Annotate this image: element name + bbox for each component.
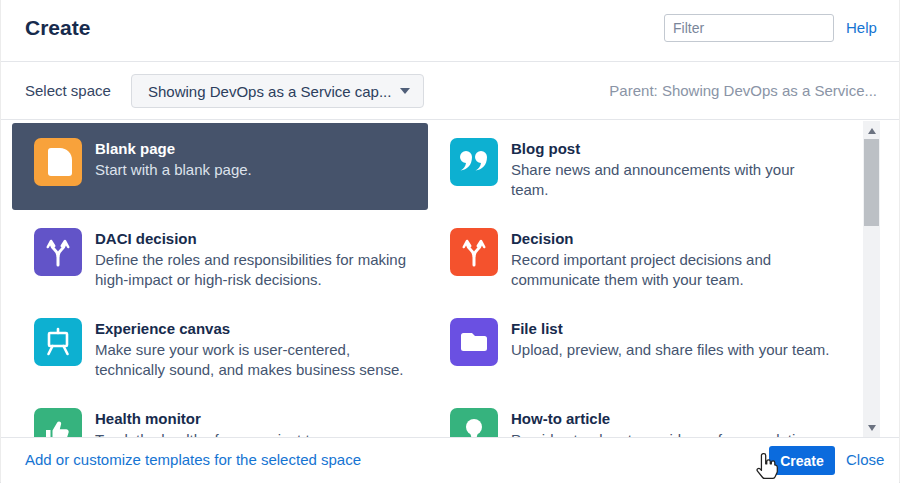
filter-input[interactable] — [664, 14, 834, 42]
close-link[interactable]: Close — [846, 451, 884, 468]
list-scrollbar[interactable] — [863, 121, 880, 437]
template-how-to-article[interactable]: How-to article Provide step-by-step guid… — [428, 393, 844, 437]
daci-decision-icon — [34, 228, 82, 276]
scrollbar-thumb[interactable] — [864, 139, 879, 226]
scroll-down-arrow-icon[interactable] — [863, 420, 880, 436]
parent-page-label: Parent: Showing DevOps as a Service... — [609, 82, 877, 99]
template-title: Decision — [511, 229, 771, 248]
dialog-title: Create — [25, 16, 90, 40]
health-monitor-icon — [34, 408, 82, 437]
select-space-label: Select space — [25, 82, 111, 99]
template-experience-canvas[interactable]: Experience canvas Make sure your work is… — [12, 303, 428, 390]
blank-page-icon — [34, 138, 82, 186]
scroll-up-arrow-icon[interactable] — [863, 123, 880, 139]
template-title: Experience canvas — [95, 319, 404, 338]
template-description: Record important project decisions and c… — [511, 250, 771, 289]
chevron-down-icon — [400, 88, 410, 94]
space-dropdown[interactable]: Showing DevOps as a Service cap... — [131, 74, 424, 108]
template-description: Provide step-by-step guidance for comple… — [511, 430, 834, 437]
template-title: Blog post — [511, 139, 834, 158]
customize-templates-link[interactable]: Add or customize templates for the selec… — [25, 451, 361, 468]
template-description: Share news and announcements with your t… — [511, 160, 834, 199]
create-dialog: Create Help Select space Showing DevOps … — [0, 0, 900, 483]
template-title: File list — [511, 319, 830, 338]
template-decision[interactable]: Decision Record important project decisi… — [428, 213, 844, 300]
template-list: Blank page Start with a blank page. Blog… — [1, 119, 899, 437]
template-description: Track the health of your project teams. — [95, 430, 350, 437]
template-description: Start with a blank page. — [95, 160, 252, 180]
template-title: How-to article — [511, 409, 834, 428]
template-description: Make sure your work is user-centered, te… — [95, 340, 404, 379]
how-to-article-icon — [450, 408, 498, 437]
space-selector-bar: Select space Showing DevOps as a Service… — [1, 63, 899, 119]
template-grid: Blank page Start with a blank page. Blog… — [1, 120, 899, 437]
decision-icon — [450, 228, 498, 276]
template-daci-decision[interactable]: DACI decision Define the roles and respo… — [12, 213, 428, 300]
template-health-monitor[interactable]: Health monitor Track the health of your … — [12, 393, 428, 437]
blog-post-icon — [450, 138, 498, 186]
template-title: Health monitor — [95, 409, 350, 428]
dialog-footer: Add or customize templates for the selec… — [1, 437, 899, 483]
template-description: Define the roles and responsibilities fo… — [95, 250, 406, 289]
help-link[interactable]: Help — [846, 19, 877, 36]
template-blank-page[interactable]: Blank page Start with a blank page. — [12, 123, 428, 210]
dialog-header: Create Help — [1, 0, 899, 62]
template-description: Upload, preview, and share files with yo… — [511, 340, 830, 360]
template-title: DACI decision — [95, 229, 406, 248]
template-file-list[interactable]: File list Upload, preview, and share fil… — [428, 303, 844, 390]
experience-canvas-icon — [34, 318, 82, 366]
create-button[interactable]: Create — [769, 446, 835, 475]
template-blog-post[interactable]: Blog post Share news and announcements w… — [428, 123, 844, 210]
file-list-icon — [450, 318, 498, 366]
template-title: Blank page — [95, 139, 252, 158]
space-dropdown-value: Showing DevOps as a Service cap... — [148, 83, 391, 100]
